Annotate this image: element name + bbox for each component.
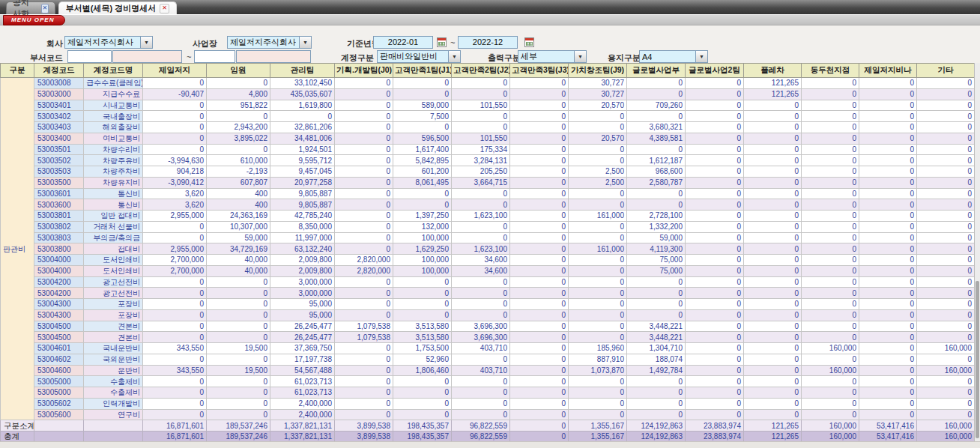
value-cell: 0 [859,188,917,199]
value-cell: 0 [744,376,802,387]
value-cell: 0 [917,309,975,321]
table-row[interactable]: 53004500견본비0026,245,4771,079,5383,513,58… [1,332,975,343]
table-row[interactable]: 53005602인력개발비002,400,00000000000000 [1,398,975,409]
table-row[interactable]: 53004000도서인쇄비2,700,00040,0002,009,8002,8… [1,265,975,276]
value-cell: 17,197,738 [270,354,335,365]
table-row[interactable]: 53004600운반비343,55019,50054,567,48801,806… [1,365,975,376]
period-to-input[interactable]: 2022-12 [458,36,518,49]
table-row[interactable]: 53003802거래처 선물비010,307,0008,350,0000132,… [1,221,975,232]
value-cell: 0 [859,343,917,354]
value-cell: 9,805,887 [270,188,335,199]
dept-name-from-input[interactable] [112,50,182,63]
value-cell: 0 [744,255,802,266]
dept-code-to-input[interactable] [194,50,235,63]
account-type-select[interactable]: 판매비와일반비 ▼ [377,50,461,63]
value-cell: 160,000 [917,365,975,376]
column-header-11: 글로벌사업부 [627,64,686,78]
calendar-icon[interactable] [524,37,534,47]
tab-close-icon[interactable]: ✕ [41,4,49,13]
chevron-down-icon: ▼ [574,51,586,62]
account-name-cell: 해외출장비 [84,122,143,133]
table-row[interactable]: 53004200광고선전비003,000,00000000000000 [1,288,975,299]
table-row[interactable]: 53003402국내출장비00007,500000000000 [1,111,975,122]
value-cell: 0 [569,288,627,299]
value-cell: 0 [393,288,452,299]
table-row[interactable]: 53003501차량수리비001,924,50101,617,400175,33… [1,144,975,155]
dept-name-to-input[interactable] [236,50,311,63]
value-cell: 175,334 [452,144,510,155]
value-cell: 3,680,321 [627,122,686,133]
calendar-icon[interactable] [437,37,447,47]
value-cell: 100,000 [393,255,452,266]
value-cell: 0 [917,122,975,133]
table-row[interactable]: 53004000도서인쇄비2,700,00040,0002,009,8002,8… [1,255,975,266]
table-row[interactable]: 53004300포장비0095,00000000000000 [1,299,975,310]
table-row[interactable]: 53004300포장비0095,00000000000000 [1,309,975,321]
table-row[interactable]: 53003600통신비3,6204009,805,88700000000000 [1,199,975,211]
value-cell: 0 [335,100,393,111]
table-row[interactable]: 53003601통신비3,6204009,805,88700000000000 [1,188,975,199]
output-type-select[interactable]: 세부 ▼ [518,50,587,63]
company-select[interactable]: 제일저지주식회사 ▼ [64,36,153,49]
horizontal-scrollbar-area[interactable] [0,441,980,448]
tab-expense-report[interactable]: 부서별(세목) 경비명세서 ✕ [58,1,177,14]
value-cell: 37,369,750 [270,343,335,354]
value-cell: 0 [335,144,393,155]
table-row[interactable]: 판관비53003008급수수료(클레임)0033,102,450000030,7… [1,78,975,89]
table-row[interactable]: 53003503차량주차비904,218-2,1939,457,0450601,… [1,166,975,178]
value-cell: 0 [143,354,207,365]
tab-notice[interactable]: 공지사항 ✕ [6,1,55,14]
scrollbar-thumb[interactable] [976,281,979,438]
table-row[interactable]: 53003401시내교통비0951,8221,619,8000589,00010… [1,100,975,111]
vertical-scrollbar[interactable] [974,63,980,441]
table-row[interactable]: 53005000수출제비0061,023,71300000000000 [1,387,975,399]
table-row[interactable]: 53004200광고선전비003,000,00000000000000 [1,276,975,288]
value-cell: 435,035,607 [270,88,335,100]
value-cell: 0 [510,365,569,376]
value-cell: 1,623,100 [452,211,510,222]
value-cell: 0 [802,387,859,399]
workplace-select[interactable]: 제일저지주식회사 ▼ [227,36,312,49]
table-row[interactable]: 53004601국내운반비343,55019,50037,369,75001,7… [1,343,975,354]
table-row[interactable]: 53003502차량주유비-3,994,630610,0009,595,7120… [1,155,975,166]
table-row[interactable]: 53003400여비교통비03,895,02234,481,0060596,50… [1,133,975,144]
value-cell: 0 [686,309,744,321]
table-row[interactable]: 53004500견본비0026,245,4771,079,5383,513,58… [1,321,975,332]
value-cell: 0 [569,232,627,243]
value-cell: 343,550 [143,365,207,376]
group-cell: 판관비 [1,78,34,420]
value-cell: 0 [744,299,802,310]
value-cell: 0 [744,288,802,299]
value-cell: 0 [686,343,744,354]
table-row[interactable]: 53003403해외출장비02,943,20032,861,206000003,… [1,122,975,133]
value-cell: 2,728,100 [627,211,686,222]
paper-type-select[interactable]: A4 ▼ [639,50,708,63]
footer-value-cell: 189,537,246 [207,420,270,432]
table-row[interactable]: 53003801일반 접대비2,955,00024,363,16942,785,… [1,211,975,222]
table-row[interactable]: 53005000수출제비0061,023,71300000000000 [1,376,975,387]
value-cell: 1,623,100 [452,243,510,255]
value-cell: 0 [917,221,975,232]
value-cell: 0 [143,376,207,387]
value-cell: 0 [686,265,744,276]
subtotal-row: 구분소계16,871,601189,537,2461,337,821,1313,… [1,420,975,432]
table-row[interactable]: 53005600연구비002,400,00000000000000 [1,409,975,420]
value-cell: 2,820,000 [335,255,393,266]
dept-code-from-input[interactable] [67,50,112,63]
table-row[interactable]: 53003000지급수수료-90,4074,800435,035,6070000… [1,88,975,100]
value-cell: 40,000 [207,265,270,276]
menu-open-button[interactable]: MENU OPEN [3,15,65,25]
table-row[interactable]: 53003800접대비2,955,00034,729,16963,132,240… [1,243,975,255]
value-cell: 2,400,000 [270,409,335,420]
value-cell: 1,617,400 [393,144,452,155]
value-cell: 0 [510,211,569,222]
tab-close-icon[interactable]: ✕ [160,4,169,13]
period-from-input[interactable]: 2022-01 [373,36,433,49]
value-cell: 0 [627,387,686,399]
value-cell: 0 [393,122,452,133]
table-row[interactable]: 53004602국외운반비0017,197,738052,96000887,91… [1,354,975,365]
table-row[interactable]: 53003500차량유지비-3,090,412607,80720,977,258… [1,177,975,188]
table-row[interactable]: 53003803부의금/축의금059,00011,997,0000100,000… [1,232,975,243]
value-cell: 0 [744,199,802,211]
account-name-cell: 시내교통비 [84,100,143,111]
